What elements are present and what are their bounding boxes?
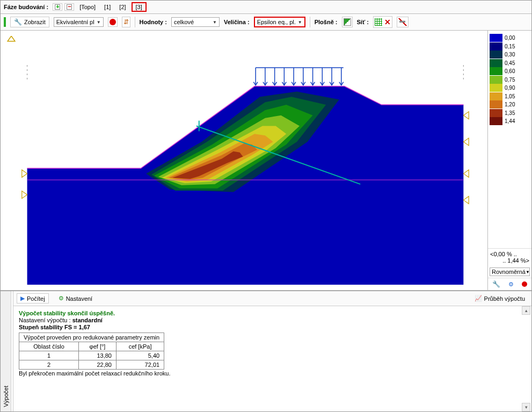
velicina-dropdown[interactable]: Epsilon eq., pl.▼ (254, 17, 305, 27)
svg-marker-48 (463, 138, 469, 146)
results-area: ▴ Výpočet stability skončil úspěšně. Nas… (13, 306, 531, 411)
plosne-button[interactable] (342, 17, 353, 27)
legend-controls: 🔧 ⚙ (488, 278, 531, 290)
legend-body: 0,00 0,15 0,30 0,45 0,60 0,75 0,90 1,05 … (488, 31, 531, 248)
bottom-toolbar: ▶Počítej ⚙Nastavení 📈Průběh výpočtu (13, 291, 531, 306)
table-row: 2 22,80 72,01 (19, 360, 164, 370)
table-row: 1 13,80 5,40 (19, 351, 164, 360)
gear-icon: ⚙ (59, 295, 64, 302)
bottom-content: ▶Počítej ⚙Nastavení 📈Průběh výpočtu ▴ Vý… (13, 291, 531, 411)
svg-marker-46 (22, 191, 27, 199)
toolbar-accent (4, 17, 6, 27)
svg-marker-23 (8, 36, 15, 41)
velicina-label: Veličina : (224, 19, 250, 25)
svg-marker-47 (463, 112, 469, 119)
record-button[interactable] (108, 17, 118, 27)
result-fs: Stupeň stability FS = 1,67 (19, 324, 526, 330)
phase-label: Fáze budování : (4, 4, 48, 10)
plosne-label: Plošně : (315, 19, 338, 25)
wrench-icon: 🔧 (14, 18, 22, 26)
legend-record-icon[interactable] (522, 281, 527, 287)
phase-2[interactable]: [2] (116, 3, 129, 11)
svg-marker-49 (463, 170, 469, 177)
legend-mode-dropdown[interactable]: Rovnoměrná▼ (490, 268, 530, 276)
result-success: Výpočet stability skončil úspěšně. (19, 310, 526, 316)
hodnoty-dropdown[interactable]: celkové▼ (171, 17, 220, 27)
pocitej-button[interactable]: ▶Počítej (17, 293, 49, 303)
remove-phase-button[interactable] (64, 3, 74, 11)
prubeh-button[interactable]: 📈Průběh výpočtu (471, 294, 528, 303)
svg-marker-45 (22, 170, 27, 177)
scroll-up-button[interactable]: ▴ (522, 306, 530, 315)
view-toolbar: 🔧Zobrazit Ekvivalentní pl▼ ⇵ Hodnoty : c… (1, 14, 531, 31)
hodnoty-label: Hodnoty : (140, 19, 167, 25)
phase-topo[interactable]: [Topo] (76, 3, 99, 11)
mesh-button[interactable]: ✕ (373, 16, 392, 28)
play-icon: ▶ (20, 295, 25, 302)
scroll-down-button[interactable]: ▾ (522, 403, 530, 411)
x-icon: ✕ (384, 18, 391, 26)
legend-panel: 0,00 0,15 0,30 0,45 0,60 0,75 0,90 1,05 … (487, 31, 531, 290)
legend-wrench-icon[interactable]: 🔧 (492, 280, 500, 288)
phase-1[interactable]: [1] (101, 3, 114, 11)
strike-icon (398, 18, 407, 26)
add-phase-button[interactable] (53, 3, 62, 11)
arrows-icon: ⇵ (123, 18, 129, 26)
main-area: 0,00 0,15 0,30 0,45 0,60 0,75 0,90 1,05 … (1, 31, 531, 291)
chart-icon: 📈 (475, 295, 482, 302)
nastaveni-button[interactable]: ⚙Nastavení (55, 294, 96, 303)
vectors-button[interactable]: ⇵ (122, 17, 130, 27)
phase-3[interactable]: [3] (132, 2, 147, 12)
svg-marker-50 (463, 196, 469, 204)
red-circle-icon (110, 19, 116, 25)
zobrazit-button[interactable]: 🔧Zobrazit (10, 17, 49, 27)
grid-icon (375, 18, 382, 26)
side-tab-vypocet[interactable]: Výpočet (1, 291, 11, 411)
legend-swatch (490, 34, 502, 42)
bottom-panel: Výpočet ▶Počítej ⚙Nastavení 📈Průběh výpo… (1, 291, 531, 411)
extra-toggle-button[interactable] (397, 17, 409, 27)
fill-icon (344, 18, 351, 26)
phase-bar: Fáze budování : [Topo] [1] [2] [3] (1, 1, 531, 14)
result-note: Byl překročen maximální počet relaxací r… (19, 370, 526, 377)
result-setting: Nastavení výpočtu : standardní (19, 317, 526, 323)
viewport[interactable] (1, 31, 487, 290)
sit-label: Síť : (357, 19, 369, 25)
legend-range: <0,00 % .. .. 1,44 %> (488, 248, 531, 266)
ekvivalentni-dropdown[interactable]: Ekvivalentní pl▼ (54, 17, 104, 27)
legend-settings-icon[interactable]: ⚙ (508, 281, 514, 288)
fem-plot (6, 36, 482, 285)
results-table: Výpočet proveden pro redukované parametr… (19, 333, 164, 370)
